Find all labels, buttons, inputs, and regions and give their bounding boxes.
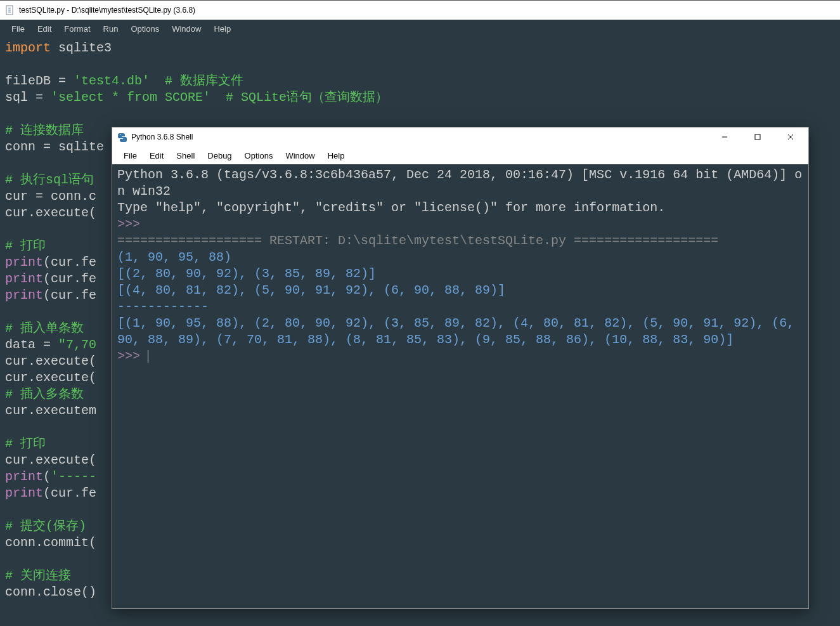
- code-token: 'test4.db': [74, 74, 150, 88]
- code-token: cur = conn.c: [5, 189, 96, 204]
- close-button[interactable]: [778, 128, 803, 146]
- code-token: (cur.fe: [43, 486, 96, 500]
- code-token: print: [5, 288, 43, 303]
- shell-menubar: File Edit Shell Debug Options Window Hel…: [112, 147, 808, 164]
- code-token: cur.execute(: [5, 205, 96, 220]
- python-file-icon: [5, 5, 15, 15]
- menu-file[interactable]: File: [5, 22, 31, 36]
- shell-prompt: >>>: [117, 349, 148, 363]
- code-token: fileDB =: [5, 74, 74, 88]
- code-token: # 连接数据库: [5, 123, 84, 138]
- idle-shell-window: Python 3.6.8 Shell File Edit Shell Debug…: [112, 127, 809, 609]
- code-token: print: [5, 486, 43, 500]
- code-token: # 插入多条数: [5, 387, 84, 401]
- editor-title-text: testSQLite.py - D:\sqlite\mytest\testSQL…: [19, 6, 195, 15]
- code-token: print: [5, 469, 43, 484]
- code-token: sql =: [5, 90, 51, 105]
- maximize-button[interactable]: [745, 128, 770, 146]
- shell-output-line: [(2, 80, 90, 92), (3, 85, 89, 82)]: [117, 266, 376, 281]
- menu-edit[interactable]: Edit: [31, 22, 58, 36]
- shell-menu-edit[interactable]: Edit: [143, 148, 170, 163]
- code-token: import: [5, 41, 51, 55]
- code-token: print: [5, 271, 43, 286]
- code-token: # 打印: [5, 238, 46, 253]
- shell-menu-debug[interactable]: Debug: [201, 148, 238, 163]
- code-token: # 关闭连接: [5, 568, 71, 583]
- code-token: conn.commit(: [5, 535, 96, 550]
- shell-banner: Python 3.6.8 (tags/v3.6.8:3c6b436a57, De…: [117, 167, 802, 199]
- editor-titlebar[interactable]: testSQLite.py - D:\sqlite\mytest\testSQL…: [0, 1, 840, 20]
- shell-output-area[interactable]: Python 3.6.8 (tags/v3.6.8:3c6b436a57, De…: [112, 164, 808, 608]
- code-token: cur.execute(: [5, 354, 96, 368]
- shell-banner: Type "help", "copyright", "credits" or "…: [117, 200, 665, 215]
- menu-help[interactable]: Help: [207, 22, 237, 36]
- code-token: (: [43, 469, 51, 484]
- menu-window[interactable]: Window: [165, 22, 207, 36]
- python-shell-icon: [117, 132, 127, 142]
- code-token: conn.close(): [5, 585, 96, 599]
- menu-options[interactable]: Options: [124, 22, 165, 36]
- shell-menu-shell[interactable]: Shell: [170, 148, 201, 163]
- code-token: (cur.fe: [43, 255, 96, 270]
- code-token: # 插入单条数: [5, 321, 84, 336]
- code-token: # 执行sql语句: [5, 173, 94, 187]
- code-token: # 打印: [5, 436, 46, 451]
- code-token: print: [5, 255, 43, 270]
- text-cursor: [148, 350, 148, 363]
- code-token: cur.executem: [5, 403, 96, 418]
- shell-restart-line: =================== RESTART: D:\sqlite\m…: [117, 233, 718, 248]
- shell-menu-options[interactable]: Options: [238, 148, 280, 163]
- shell-output-line: (1, 90, 95, 88): [117, 250, 231, 264]
- code-token: # 提交(保存): [5, 519, 86, 533]
- editor-menubar: File Edit Format Run Options Window Help: [0, 20, 840, 37]
- code-token: 'select * from SCORE': [51, 90, 210, 105]
- shell-output-line: [(1, 90, 95, 88), (2, 80, 90, 92), (3, 8…: [117, 316, 802, 347]
- code-token: # 数据库文件: [150, 74, 243, 88]
- shell-titlebar[interactable]: Python 3.6.8 Shell: [112, 127, 808, 147]
- shell-title-text: Python 3.6.8 Shell: [131, 133, 193, 141]
- code-token: (cur.fe: [43, 288, 96, 303]
- shell-menu-help[interactable]: Help: [321, 148, 351, 163]
- shell-window-controls: [712, 128, 803, 146]
- shell-menu-file[interactable]: File: [117, 148, 143, 163]
- code-token: (cur.fe: [43, 271, 96, 286]
- shell-output-line: ------------: [117, 299, 209, 314]
- menu-run[interactable]: Run: [97, 22, 125, 36]
- menu-format[interactable]: Format: [58, 22, 96, 36]
- shell-output-line: [(4, 80, 81, 82), (5, 90, 91, 92), (6, 9…: [117, 283, 505, 297]
- code-token: cur.execute(: [5, 370, 96, 385]
- svg-point-1: [120, 134, 121, 135]
- svg-rect-3: [755, 134, 760, 140]
- code-token: data =: [5, 337, 58, 352]
- minimize-button[interactable]: [712, 128, 737, 146]
- code-token: sqlite3: [51, 41, 112, 55]
- shell-menu-window[interactable]: Window: [279, 148, 321, 163]
- code-token: conn = sqlite: [5, 140, 104, 154]
- code-token: '-----: [51, 469, 96, 484]
- code-token: cur.execute(: [5, 453, 96, 467]
- shell-prompt: >>>: [117, 217, 148, 231]
- code-token: "7,70: [58, 337, 96, 352]
- code-token: # SQLite语句（查询数据）: [210, 90, 388, 105]
